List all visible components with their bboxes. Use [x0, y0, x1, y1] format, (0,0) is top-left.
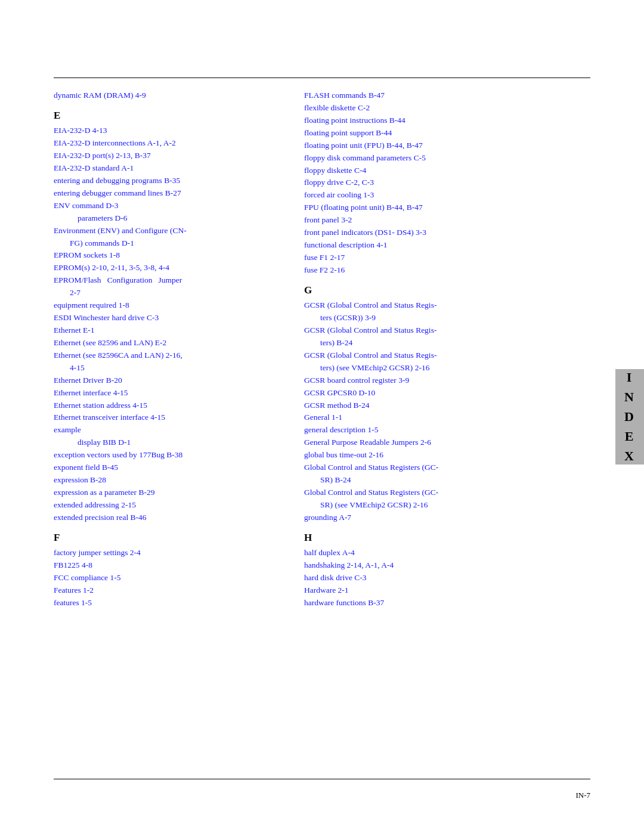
index-letter-n: N [624, 387, 635, 407]
entry-eprom-sockets: EPROM sockets 1-8 [54, 249, 286, 262]
entry-env-parameters: parameters D-6 [54, 212, 286, 225]
entry-gcsr-3-9: GCSR (Global Control and Status Regis- t… [304, 299, 572, 324]
entry-half-duplex: half duplex A-4 [304, 547, 572, 559]
entry-ethernet-station: Ethernet station address 4-15 [54, 400, 286, 412]
entry-gcsr-gpcsr0: GCSR GPCSR0 D-10 [304, 387, 572, 400]
footer-area: IN-7 [54, 791, 590, 800]
entry-global-control-b24: Global Control and Status Registers (GC-… [304, 462, 572, 487]
entry-floating-point-unit: floating point unit (FPU) B-44, B-47 [304, 140, 572, 152]
entry-ethernet-transceiver: Ethernet transceiver interface 4-15 [54, 411, 286, 424]
index-letter-x: X [624, 446, 635, 466]
entry-eprom-flash: EPROM/Flash Configuration Jumper 2-7 [54, 274, 286, 299]
index-tab: I N D E X [615, 369, 644, 465]
section-g-letter: G [304, 283, 572, 298]
entry-eia232d-standard: EIA-232-D standard A-1 [54, 162, 286, 175]
dram-entry: dynamic RAM (DRAM) 4-9 [54, 89, 286, 102]
entry-gcsr-b24: GCSR (Global Control and Status Regis- t… [304, 324, 572, 349]
entry-hardware-21: Hardware 2-1 [304, 584, 572, 597]
entry-fuse-f1: fuse F1 2-17 [304, 252, 572, 264]
entry-hard-disk-drive: hard disk drive C-3 [304, 572, 572, 584]
entry-ethernet-driver: Ethernet Driver B-20 [54, 374, 286, 387]
entry-fuse-f2: fuse F2 2-16 [304, 264, 572, 277]
entry-forced-air-cooling: forced air cooling 1-3 [304, 189, 572, 202]
left-column: dynamic RAM (DRAM) 4-9 E EIA-232-D 4-13 … [54, 89, 286, 767]
top-rule [54, 78, 590, 78]
entry-general-description: general description 1-5 [304, 424, 572, 436]
entry-eia232d-413: EIA-232-D 4-13 [54, 125, 286, 137]
entry-global-control-vmechip2: Global Control and Status Registers (GC-… [304, 487, 572, 512]
entry-features-12: Features 1-2 [54, 584, 286, 597]
entry-entering-debugger: entering debugger command lines B-27 [54, 187, 286, 200]
index-letter-e: E [625, 426, 635, 446]
entry-front-panel-indicators: front panel indicators (DS1- DS4) 3-3 [304, 227, 572, 239]
entry-floppy-disk-command: floppy disk command parameters C-5 [304, 152, 572, 165]
entry-gcsr-vmechip2: GCSR (Global Control and Status Regis- t… [304, 349, 572, 374]
entry-fcc-compliance: FCC compliance 1-5 [54, 572, 286, 584]
entry-general-11: General 1-1 [304, 411, 572, 424]
content-area: dynamic RAM (DRAM) 4-9 E EIA-232-D 4-13 … [54, 89, 572, 767]
section-e-letter: E [54, 108, 286, 123]
entry-floating-point-instructions: floating point instructions B-44 [304, 114, 572, 127]
page: dynamic RAM (DRAM) 4-9 E EIA-232-D 4-13 … [0, 0, 644, 833]
entry-gcsr-method: GCSR method B-24 [304, 400, 572, 412]
entry-environment-env: Environment (ENV) and Configure (CN- FG)… [54, 225, 286, 250]
entry-equipment-required: equipment required 1-8 [54, 299, 286, 312]
entry-example: example [54, 424, 286, 436]
entry-ethernet-interface: Ethernet interface 4-15 [54, 387, 286, 400]
entry-general-purpose-readable: General Purpose Readable Jumpers 2-6 [304, 436, 572, 449]
entry-expression-parameter: expression as a parameter B-29 [54, 487, 286, 499]
bottom-rule [54, 779, 590, 779]
entry-env-command: ENV command D-3 [54, 200, 286, 212]
entry-extended-precision: extended precision real B-46 [54, 512, 286, 524]
entry-floppy-drive: floppy drive C-2, C-3 [304, 176, 572, 189]
entry-fb1225: FB1225 4-8 [54, 559, 286, 572]
entry-gcsr-board-control: GCSR board control register 3-9 [304, 374, 572, 387]
entry-flexible-diskette: flexible diskette C-2 [304, 102, 572, 114]
entry-exception-vectors: exception vectors used by 177Bug B-38 [54, 449, 286, 462]
entry-grounding: grounding A-7 [304, 512, 572, 524]
index-letter-i: I [627, 367, 633, 387]
entry-esdi-winchester: ESDI Winchester hard drive C-3 [54, 312, 286, 324]
entry-ethernet-82596ca: Ethernet (see 82596CA and LAN) 2-16, 4-1… [54, 349, 286, 374]
entry-exponent-field: exponent field B-45 [54, 462, 286, 474]
entry-floppy-diskette: floppy diskette C-4 [304, 165, 572, 177]
entry-fpu: FPU (floating point unit) B-44, B-47 [304, 202, 572, 214]
entry-ethernet-82596: Ethernet (see 82596 and LAN) E-2 [54, 337, 286, 349]
entry-flash-commands: FLASH commands B-47 [304, 89, 572, 102]
entry-hardware-functions: hardware functions B-37 [304, 597, 572, 609]
entry-eia232d-interconnections: EIA-232-D interconnections A-1, A-2 [54, 137, 286, 150]
entry-expression: expression B-28 [54, 474, 286, 487]
section-h-letter: H [304, 530, 572, 546]
index-letter-d: D [624, 407, 635, 426]
entry-eproms: EPROM(s) 2-10, 2-11, 3-5, 3-8, 4-4 [54, 262, 286, 274]
entry-handshaking: handshaking 2-14, A-1, A-4 [304, 559, 572, 572]
entry-ethernet-e1: Ethernet E-1 [54, 324, 286, 337]
entry-front-panel: front panel 3-2 [304, 214, 572, 227]
entry-global-bus-timeout: global bus time-out 2-16 [304, 449, 572, 462]
entry-entering-debugging: entering and debugging programs B-35 [54, 175, 286, 187]
entry-functional-description: functional description 4-1 [304, 239, 572, 252]
entry-extended-addressing: extended addressing 2-15 [54, 499, 286, 512]
page-number: IN-7 [575, 791, 590, 800]
entry-display-bib: display BIB D-1 [54, 436, 286, 449]
section-f-letter: F [54, 530, 286, 546]
entry-features-15: features 1-5 [54, 597, 286, 609]
entry-floating-point-support: floating point support B-44 [304, 127, 572, 140]
entry-factory-jumper: factory jumper settings 2-4 [54, 547, 286, 559]
right-column: FLASH commands B-47 flexible diskette C-… [286, 89, 572, 767]
entry-eia232d-ports: EIA-232-D port(s) 2-13, B-37 [54, 150, 286, 162]
